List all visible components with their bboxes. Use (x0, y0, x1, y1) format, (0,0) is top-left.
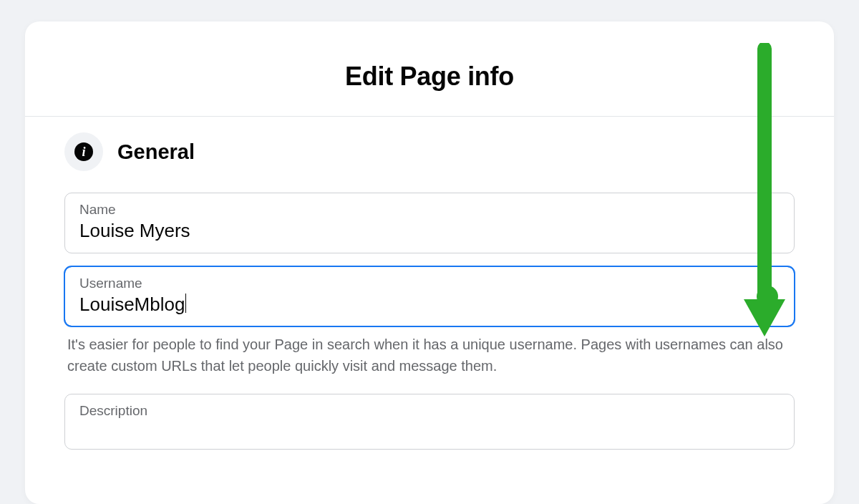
username-helper-text: It's easier for people to find your Page… (64, 334, 795, 394)
username-input[interactable]: LouiseMblog (79, 293, 737, 316)
description-field[interactable]: Description (64, 394, 795, 450)
edit-page-info-card: Edit Page info i General Name Username L… (25, 21, 834, 504)
description-field-wrap: Description (64, 394, 795, 450)
description-field-label: Description (79, 403, 780, 419)
card-header: Edit Page info (25, 21, 834, 117)
name-input[interactable] (79, 219, 737, 243)
page-title: Edit Page info (25, 62, 834, 92)
section-header: i General (64, 117, 795, 193)
text-cursor (185, 294, 186, 313)
name-field-label: Name (79, 202, 780, 218)
name-field-wrap: Name (64, 193, 795, 253)
name-field[interactable]: Name (64, 193, 795, 253)
info-icon: i (74, 142, 93, 161)
checkmark-icon (757, 286, 778, 307)
username-field-label: Username (79, 276, 780, 291)
general-section: i General Name Username LouiseMblog (25, 117, 834, 450)
section-icon-wrap: i (64, 132, 103, 171)
username-field-wrap: Username LouiseMblog (64, 266, 795, 327)
section-title: General (117, 140, 195, 164)
username-field[interactable]: Username LouiseMblog (64, 266, 795, 327)
